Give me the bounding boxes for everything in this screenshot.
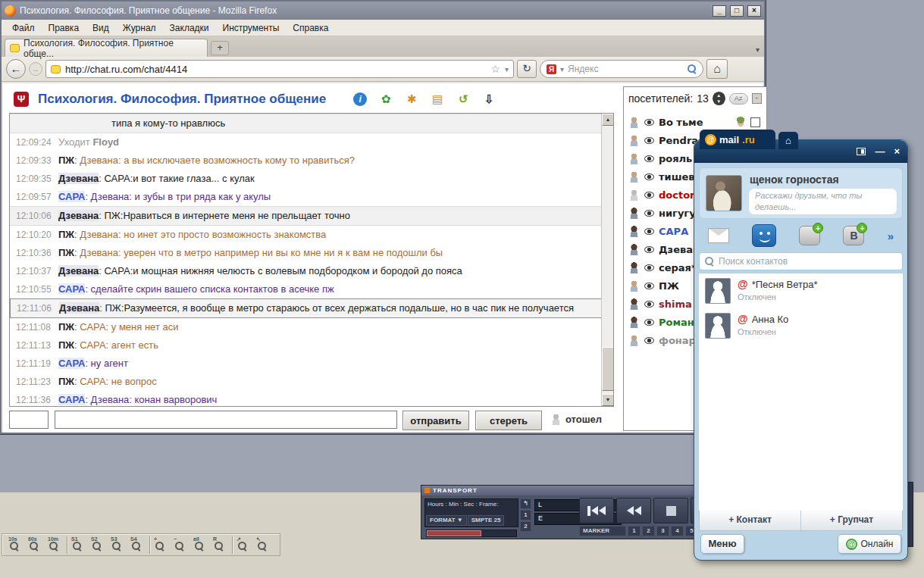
visitor-name[interactable]: Во тьме <box>659 117 703 128</box>
slider-thumb[interactable] <box>427 530 481 536</box>
contact-search-field[interactable]: Поиск контактов <box>699 252 903 270</box>
send-button[interactable]: отправить <box>402 411 469 430</box>
marker-3-button[interactable]: 3 <box>656 526 669 536</box>
chat-scrollbar[interactable]: ▲ ▼ <box>601 114 613 406</box>
search-placeholder[interactable]: Яндекс <box>568 64 684 74</box>
rewind-button[interactable] <box>616 498 651 523</box>
menu-item-Закладки[interactable]: Закладки <box>164 21 215 35</box>
agent-smiley-icon[interactable] <box>752 224 776 247</box>
maximize-button[interactable]: □ <box>730 5 744 17</box>
menu-item-Справка[interactable]: Справка <box>287 21 334 35</box>
add-contact-button[interactable]: + Контакт <box>700 511 801 530</box>
visitor-name[interactable]: нигугу <box>659 208 696 219</box>
eye-icon[interactable] <box>644 155 654 162</box>
agent-close-button[interactable]: × <box>894 146 900 156</box>
plant-icon[interactable]: ✿ <box>379 92 393 106</box>
scrollbar-thumb[interactable] <box>602 347 614 391</box>
zoom-S2-button[interactable]: S2 <box>89 536 108 554</box>
eye-icon[interactable] <box>644 137 654 144</box>
close-button[interactable]: × <box>747 5 761 17</box>
refresh-icon[interactable]: ↺ <box>456 92 470 106</box>
reload-button[interactable]: ↻ <box>517 60 537 78</box>
agent-home-tab[interactable]: ⌂ <box>778 132 798 149</box>
visitor-name[interactable]: shima <box>659 298 692 310</box>
url-dropdown-icon[interactable]: ▾ <box>505 65 509 73</box>
home-button[interactable]: ⌂ <box>706 59 728 79</box>
mail-icon[interactable] <box>708 228 729 243</box>
transport-small-button[interactable]: 2 <box>520 521 531 532</box>
menu-item-Файл[interactable]: Файл <box>6 21 41 35</box>
info-icon[interactable]: i <box>353 92 367 106</box>
new-tab-button[interactable]: + <box>211 41 229 55</box>
add-groupchat-button[interactable]: + Групчат <box>801 511 902 530</box>
format-button[interactable]: FORMAT ▼ <box>426 515 467 526</box>
zoom-↖-button[interactable]: ↖ <box>254 536 274 554</box>
agent-minimize-button[interactable]: — <box>875 146 885 156</box>
zoom-−-button[interactable]: − <box>171 536 191 554</box>
contact-item[interactable]: @*Песня Ветра*Отключен <box>705 278 897 304</box>
back-button[interactable]: ← <box>6 59 26 79</box>
eye-icon[interactable] <box>644 264 654 271</box>
agent-menu-button[interactable]: Меню <box>700 534 744 554</box>
away-status[interactable]: отошел <box>550 414 602 425</box>
eye-icon[interactable] <box>644 192 654 198</box>
zoom-10s-button[interactable]: 10s <box>6 536 26 554</box>
compact-mode-icon[interactable] <box>857 148 866 155</box>
smpte-button[interactable]: SMPTE 25 <box>468 515 505 526</box>
marker-4-button[interactable]: 4 <box>671 526 684 536</box>
clear-button[interactable]: стереть <box>475 411 542 430</box>
marker-button[interactable]: MARKER <box>579 526 626 536</box>
visitor-name[interactable]: ПЖ <box>659 280 679 292</box>
user-avatar[interactable] <box>706 175 742 211</box>
zoom-S1-button[interactable]: S1 <box>69 536 89 554</box>
zoom-10m-button[interactable]: 10m <box>45 536 65 554</box>
minimize-button[interactable]: _ <box>713 5 726 17</box>
transport-small-button[interactable]: 1 <box>520 510 531 520</box>
eye-icon[interactable] <box>644 173 654 180</box>
url-bar[interactable]: http://chat.ru.com/chat/4414 ☆ ▾ <box>45 60 514 78</box>
menu-item-Журнал[interactable]: Журнал <box>117 21 162 35</box>
menu-item-Инструменты[interactable]: Инструменты <box>217 21 286 35</box>
mailru-brand-tab[interactable]: @ mail .ru <box>700 130 775 149</box>
gear-icon[interactable]: ✱ <box>405 92 418 106</box>
contact-item[interactable]: @Анна КоОтключен <box>705 313 897 339</box>
panel-collapse-button[interactable]: - <box>752 93 762 104</box>
marker-2-button[interactable]: 2 <box>642 526 655 536</box>
online-status-button[interactable]: @ Онлайн <box>838 534 901 554</box>
menu-item-Вид[interactable]: Вид <box>86 21 115 35</box>
visitor-name[interactable]: САРА <box>659 226 688 237</box>
scroll-down-button[interactable]: ▼ <box>602 394 614 406</box>
status-input[interactable]: Расскажи друзьям, что ты делаешь... <box>748 188 897 215</box>
stop-button[interactable] <box>653 498 688 523</box>
url-text[interactable]: http://chat.ru.com/chat/4414 <box>65 64 486 75</box>
eye-icon[interactable] <box>644 119 654 126</box>
more-icon[interactable]: » <box>888 230 894 242</box>
position-slider[interactable] <box>426 530 517 537</box>
zoom-S3-button[interactable]: S3 <box>108 536 128 554</box>
list-all-tabs-button[interactable]: ▾ <box>756 45 760 54</box>
search-bar[interactable]: Я ▾ Яндекс <box>540 60 703 78</box>
add-photo-icon[interactable]: + <box>799 226 820 245</box>
log-icon[interactable]: ▤ <box>431 92 444 106</box>
zoom-+-button[interactable]: + <box>152 536 171 554</box>
zoom-60s-button[interactable]: 60s <box>26 536 45 554</box>
nick-input[interactable] <box>9 411 49 429</box>
visitor-name[interactable]: doctor <box>659 189 695 201</box>
yandex-icon[interactable]: Я <box>547 64 556 74</box>
firefox-titlebar[interactable]: Психология. Философия. Приятное общение … <box>2 2 764 20</box>
eye-icon[interactable] <box>644 283 654 289</box>
transport-small-button[interactable]: ↰ <box>520 498 531 509</box>
search-icon[interactable] <box>688 64 697 73</box>
scroll-up-button[interactable]: ▲ <box>602 114 614 126</box>
visitor-checkbox[interactable] <box>750 117 760 127</box>
search-engine-dropdown-icon[interactable]: ▾ <box>560 65 564 73</box>
zoom-all-button[interactable]: all <box>191 536 211 554</box>
eye-icon[interactable] <box>644 246 654 253</box>
eye-icon[interactable] <box>644 319 654 326</box>
visitors-spinner-button[interactable]: ▲▼ <box>713 92 725 105</box>
browser-tab[interactable]: Психология. Философия. Приятное обще... <box>5 39 208 57</box>
eye-icon[interactable] <box>644 210 654 217</box>
eye-icon[interactable] <box>644 337 654 344</box>
eye-icon[interactable] <box>644 301 654 308</box>
vkontakte-icon[interactable]: B+ <box>843 226 864 245</box>
